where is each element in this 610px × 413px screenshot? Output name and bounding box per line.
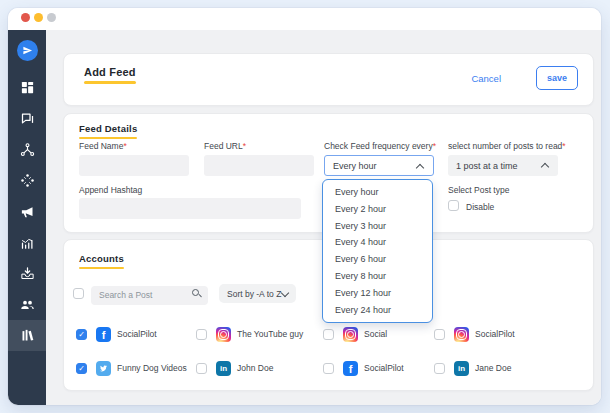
chevron-down-icon <box>281 289 289 297</box>
frequency-option[interactable]: Every hour <box>323 184 432 201</box>
account-item: ✓fSocialPilot <box>76 326 157 342</box>
feed-details-title: Feed Details <box>79 123 137 139</box>
account-item: fSocialPilot <box>323 360 404 376</box>
frequency-option[interactable]: Every 12 hour <box>323 285 432 302</box>
close-window-icon[interactable] <box>21 13 30 22</box>
sort-selected-value: Sort by -A to Z <box>227 289 281 299</box>
instagram-icon <box>343 327 358 342</box>
search-field <box>91 284 208 303</box>
sidebar-item-send-logo[interactable] <box>8 30 46 70</box>
feed-url-label: Feed URL* <box>204 141 246 151</box>
account-checkbox[interactable] <box>196 329 207 340</box>
feed-url-input[interactable] <box>204 155 314 176</box>
linkedin-icon: in <box>454 361 469 376</box>
sidebar-item-dashboard[interactable] <box>8 72 46 103</box>
account-checkbox[interactable] <box>434 363 445 374</box>
account-checkbox[interactable] <box>434 329 445 340</box>
required-marker: * <box>433 141 436 151</box>
posts-to-read-label: select number of posts to read* <box>448 141 566 151</box>
dashboard-icon <box>20 80 35 95</box>
instagram-icon <box>454 327 469 342</box>
account-name: Social <box>364 329 387 339</box>
cancel-button[interactable]: Cancel <box>471 73 501 84</box>
zoom-window-icon[interactable] <box>47 13 56 22</box>
facebook-icon: f <box>343 361 358 376</box>
sidebar-item-analytics[interactable] <box>8 227 46 258</box>
account-name: SocialPilot <box>117 329 157 339</box>
feed-name-label: Feed Name* <box>79 141 127 151</box>
frequency-select[interactable]: Every hour <box>324 155 434 176</box>
chevron-up-icon <box>541 163 549 171</box>
app-root: Add Feed Cancel save Feed Details Feed N… <box>0 0 610 413</box>
account-name: SocialPilot <box>475 329 515 339</box>
instagram-icon <box>216 327 231 342</box>
account-checkbox[interactable] <box>323 329 334 340</box>
account-name: John Doe <box>237 363 273 373</box>
frequency-dropdown: Every hourEvery 2 hourEvery 3 hourEvery … <box>322 179 433 323</box>
required-marker: * <box>243 141 246 151</box>
sidebar-item-comments[interactable] <box>8 103 46 134</box>
sidebar-item-team[interactable] <box>8 289 46 320</box>
frequency-option[interactable]: Every 6 hour <box>323 251 432 268</box>
account-name: The YouTube guy <box>237 329 303 339</box>
sidebar-nav <box>8 30 46 405</box>
window-titlebar <box>8 8 601 30</box>
append-hashtag-input[interactable] <box>79 198 301 219</box>
append-hashtag-label: Append Hashtag <box>79 185 142 195</box>
disable-checkbox-label: Disable <box>466 202 494 212</box>
sidebar-item-megaphone[interactable] <box>8 196 46 227</box>
frequency-label: Check Feed frequency every* <box>324 141 436 151</box>
account-checkbox[interactable]: ✓ <box>76 363 87 374</box>
post-type-label: Select Post type <box>448 185 509 195</box>
account-checkbox[interactable]: ✓ <box>76 329 87 340</box>
select-all-checkbox[interactable] <box>73 288 84 299</box>
minimize-window-icon[interactable] <box>34 13 43 22</box>
library-icon <box>20 328 35 343</box>
required-marker: * <box>562 141 565 151</box>
search-icon <box>192 289 199 296</box>
frequency-option[interactable]: Every 2 hour <box>323 201 432 218</box>
analytics-icon <box>20 235 35 250</box>
twitter-icon <box>96 361 111 376</box>
sidebar-item-compass-dots[interactable] <box>8 165 46 196</box>
account-checkbox[interactable] <box>196 363 207 374</box>
app-window: Add Feed Cancel save Feed Details Feed N… <box>8 8 601 405</box>
sidebar-item-library[interactable] <box>8 320 46 351</box>
posts-selected-value: 1 post at a time <box>456 161 518 171</box>
megaphone-icon <box>20 204 35 219</box>
posts-to-read-select[interactable]: 1 post at a time <box>448 155 558 176</box>
account-name: Jane Doe <box>475 363 511 373</box>
disable-checkbox[interactable] <box>448 200 459 211</box>
account-item: inJane Doe <box>434 360 511 376</box>
frequency-selected-value: Every hour <box>333 161 377 171</box>
chevron-up-icon <box>416 164 424 172</box>
save-button[interactable]: save <box>536 66 578 90</box>
sidebar-item-share-network[interactable] <box>8 134 46 165</box>
feed-name-input[interactable] <box>79 155 189 176</box>
facebook-icon: f <box>96 327 111 342</box>
send-logo-icon <box>17 40 38 61</box>
account-item: The YouTube guy <box>196 326 303 342</box>
comments-icon <box>20 111 35 126</box>
accounts-title: Accounts <box>79 253 124 269</box>
account-item: Social <box>323 326 387 342</box>
account-checkbox[interactable] <box>323 363 334 374</box>
frequency-option[interactable]: Every 4 hour <box>323 234 432 251</box>
sidebar-item-inbox-download[interactable] <box>8 258 46 289</box>
page-title: Add Feed <box>84 66 136 84</box>
sort-select[interactable]: Sort by -A to Z <box>219 284 296 303</box>
frequency-option[interactable]: Every 3 hour <box>323 218 432 235</box>
add-feed-header-card: Add Feed Cancel save <box>63 53 594 106</box>
account-item: ✓Funny Dog Videos <box>76 360 187 376</box>
frequency-option[interactable]: Every 8 hour <box>323 268 432 285</box>
account-name: Funny Dog Videos <box>117 363 187 373</box>
share-network-icon <box>20 142 35 157</box>
account-item: inJohn Doe <box>196 360 273 376</box>
linkedin-icon: in <box>216 361 231 376</box>
inbox-download-icon <box>20 266 35 281</box>
team-icon <box>20 297 35 312</box>
search-input[interactable] <box>91 286 208 305</box>
frequency-option[interactable]: Every 24 hour <box>323 302 432 319</box>
compass-dots-icon <box>20 173 35 188</box>
account-name: SocialPilot <box>364 363 404 373</box>
